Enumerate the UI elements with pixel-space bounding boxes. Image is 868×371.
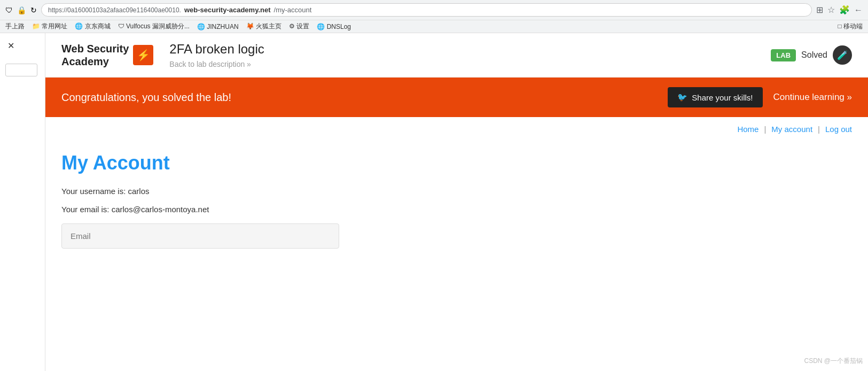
nav-sep-1: |	[764, 125, 766, 134]
page-wrapper: ✕ Web Security Academy ⚡ 2FA broken logi…	[0, 33, 868, 371]
nav-sep-2: |	[818, 125, 820, 134]
logo-lightning-icon: ⚡	[133, 45, 153, 65]
bookmark-changyong[interactable]: 📁 常用网址	[32, 22, 67, 31]
address-bar: 🛡 🔒 ↻ https://0a16000103a2afaac09e116400…	[0, 0, 868, 20]
url-domain: web-security-academy.net	[184, 6, 271, 14]
lock-icon: 🔒	[17, 6, 26, 14]
sidebar-panel: ✕	[0, 33, 45, 371]
back-nav-icon[interactable]: ←	[854, 5, 863, 15]
bookmark-jd[interactable]: 🌐 京东商城	[75, 22, 110, 31]
page-nav: Home | My account | Log out	[45, 117, 868, 141]
logo-area: Web Security Academy ⚡	[61, 42, 153, 68]
url-prefix: https://0a16000103a2afaac09e116400ae0010…	[48, 6, 181, 14]
refresh-icon: ↻	[30, 6, 37, 14]
url-path: /my-account	[274, 6, 312, 14]
home-nav-link[interactable]: Home	[737, 125, 758, 134]
email-input-wrapper	[61, 223, 339, 249]
star-icon: ☆	[827, 5, 835, 15]
main-content: Web Security Academy ⚡ 2FA broken logic …	[45, 33, 868, 371]
account-title: My Account	[61, 152, 852, 174]
lab-badge: LAB	[771, 49, 796, 61]
log-out-nav-link[interactable]: Log out	[825, 125, 852, 134]
url-bar[interactable]: https://0a16000103a2afaac09e116400ae0010…	[41, 3, 812, 17]
account-section: My Account Your username is: carlos Your…	[45, 141, 868, 265]
banner-actions: 🐦 Share your skills! Continue learning »	[668, 87, 852, 107]
logo-line2: Academy	[61, 56, 109, 67]
share-button-label: Share your skills!	[692, 93, 753, 102]
qr-icon: ⊞	[816, 5, 823, 15]
email-info: Your email is: carlos@carlos-montoya.net	[61, 203, 852, 216]
bookmark-mobile[interactable]: □ 移动端	[838, 22, 863, 31]
sidebar-search-input[interactable]	[5, 64, 37, 76]
continue-learning-link[interactable]: Continue learning »	[773, 92, 852, 103]
logo-line1: Web Security	[61, 43, 129, 55]
browser-chrome: 🛡 🔒 ↻ https://0a16000103a2afaac09e116400…	[0, 0, 868, 33]
banner-message: Congratulations, you solved the lab!	[61, 91, 231, 104]
bookmark-vulfocus[interactable]: 🛡 Vulfocus 漏洞威胁分...	[118, 22, 190, 31]
header-status: LAB Solved 🧪	[771, 45, 852, 65]
share-skills-button[interactable]: 🐦 Share your skills!	[668, 87, 762, 107]
watermark: CSDN @一个番茄锅	[804, 357, 863, 366]
security-icon: 🛡	[5, 6, 13, 14]
browser-icons: ⊞ ☆ 🧩 ←	[816, 5, 863, 15]
twitter-icon: 🐦	[677, 92, 687, 102]
email-update-input[interactable]	[61, 223, 339, 249]
username-info: Your username is: carlos	[61, 185, 852, 198]
bookmark-firefox[interactable]: 🦊 火狐主页	[246, 22, 281, 31]
bookmark-dnslog[interactable]: 🌐 DNSLog	[317, 23, 351, 30]
extensions-icon: 🧩	[839, 5, 850, 15]
bookmark-shoushanlu[interactable]: 手上路	[5, 22, 25, 31]
header-lab-info: 2FA broken logic Back to lab description…	[153, 42, 771, 68]
bookmark-settings[interactable]: ⚙ 设置	[289, 22, 309, 31]
close-icon[interactable]: ✕	[5, 38, 17, 53]
user-avatar-icon[interactable]: 🧪	[833, 45, 852, 65]
site-header: Web Security Academy ⚡ 2FA broken logic …	[45, 33, 868, 78]
bookmark-jinzhuan[interactable]: 🌐 JINZHUAN	[197, 23, 239, 30]
lab-title: 2FA broken logic	[169, 42, 771, 57]
back-to-lab-link[interactable]: Back to lab description »	[169, 60, 251, 68]
bookmarks-bar: 手上路 📁 常用网址 🌐 京东商城 🛡 Vulfocus 漏洞威胁分... 🌐 …	[0, 20, 868, 33]
logo-text: Web Security Academy	[61, 42, 129, 68]
my-account-nav-link[interactable]: My account	[771, 125, 812, 134]
solved-label: Solved	[801, 50, 827, 60]
success-banner: Congratulations, you solved the lab! 🐦 S…	[45, 78, 868, 117]
